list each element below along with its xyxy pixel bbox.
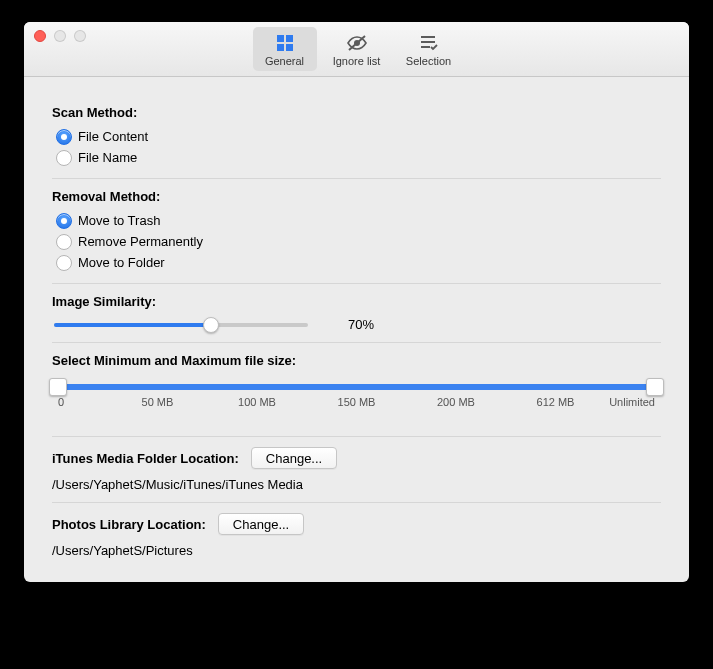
removal-method-title: Removal Method: <box>52 189 661 204</box>
radio-button-icon <box>56 213 72 229</box>
radio-label: File Name <box>78 150 137 165</box>
tab-general-label: General <box>253 55 317 67</box>
tab-ignore-label: Ignore list <box>325 55 389 67</box>
filesize-tick: 50 MB <box>142 396 174 408</box>
divider <box>52 178 661 179</box>
minimize-icon[interactable] <box>54 30 66 42</box>
filesize-ticks: 050 MB100 MB150 MB200 MB612 MBUnlimited <box>58 396 655 414</box>
toolbar: General Ignore list Selection <box>253 27 461 71</box>
filesize-title: Select Minimum and Maximum file size: <box>52 353 661 368</box>
grid-icon <box>253 32 317 54</box>
zoom-icon[interactable] <box>74 30 86 42</box>
tab-selection-label: Selection <box>397 55 461 67</box>
svg-rect-2 <box>277 44 284 51</box>
radio-button-icon <box>56 255 72 271</box>
tab-selection[interactable]: Selection <box>397 27 461 71</box>
itunes-change-button[interactable]: Change... <box>251 447 337 469</box>
itunes-path: /Users/YaphetS/Music/iTunes/iTunes Media <box>52 477 661 492</box>
radio-label: Move to Folder <box>78 255 165 270</box>
svg-rect-1 <box>286 35 293 42</box>
similarity-slider[interactable] <box>54 323 308 327</box>
content: Scan Method: File ContentFile Name Remov… <box>24 77 689 582</box>
similarity-value: 70% <box>348 317 374 332</box>
divider <box>52 283 661 284</box>
itunes-row: iTunes Media Folder Location: Change... <box>52 447 661 469</box>
filesize-tick: 200 MB <box>437 396 475 408</box>
radio-remove-permanently[interactable]: Remove Permanently <box>56 231 661 252</box>
divider <box>52 436 661 437</box>
scan-method-group: File ContentFile Name <box>56 126 661 168</box>
filesize-tick: Unlimited <box>609 396 655 408</box>
divider <box>52 342 661 343</box>
radio-move-to-folder[interactable]: Move to Folder <box>56 252 661 273</box>
similarity-title: Image Similarity: <box>52 294 661 309</box>
svg-rect-6 <box>421 36 435 38</box>
radio-label: Move to Trash <box>78 213 160 228</box>
eye-off-icon <box>325 32 389 54</box>
removal-method-group: Move to TrashRemove PermanentlyMove to F… <box>56 210 661 273</box>
window-controls <box>34 30 86 42</box>
radio-label: Remove Permanently <box>78 234 203 249</box>
svg-rect-7 <box>421 41 435 43</box>
titlebar: General Ignore list Selection <box>24 22 689 77</box>
svg-rect-0 <box>277 35 284 42</box>
tab-ignore-list[interactable]: Ignore list <box>325 27 389 71</box>
itunes-title: iTunes Media Folder Location: <box>52 451 239 466</box>
photos-change-button[interactable]: Change... <box>218 513 304 535</box>
scan-method-title: Scan Method: <box>52 105 661 120</box>
photos-path: /Users/YaphetS/Pictures <box>52 543 661 558</box>
filesize-tick: 0 <box>58 396 64 408</box>
preferences-window: General Ignore list Selection Scan Metho… <box>24 22 689 582</box>
radio-button-icon <box>56 150 72 166</box>
radio-button-icon <box>56 234 72 250</box>
radio-file-name[interactable]: File Name <box>56 147 661 168</box>
photos-title: Photos Library Location: <box>52 517 206 532</box>
filesize-max-thumb[interactable] <box>646 378 664 396</box>
svg-rect-8 <box>421 46 430 48</box>
filesize-min-thumb[interactable] <box>49 378 67 396</box>
photos-row: Photos Library Location: Change... <box>52 513 661 535</box>
close-icon[interactable] <box>34 30 46 42</box>
radio-move-to-trash[interactable]: Move to Trash <box>56 210 661 231</box>
svg-rect-3 <box>286 44 293 51</box>
similarity-row: 70% <box>54 317 661 332</box>
filesize-tick: 100 MB <box>238 396 276 408</box>
filesize-slider[interactable] <box>58 384 655 390</box>
tab-general[interactable]: General <box>253 27 317 71</box>
filesize-tick: 612 MB <box>537 396 575 408</box>
similarity-slider-thumb[interactable] <box>203 317 219 333</box>
radio-label: File Content <box>78 129 148 144</box>
checklist-icon <box>397 32 461 54</box>
radio-file-content[interactable]: File Content <box>56 126 661 147</box>
filesize-tick: 150 MB <box>338 396 376 408</box>
divider <box>52 502 661 503</box>
radio-button-icon <box>56 129 72 145</box>
